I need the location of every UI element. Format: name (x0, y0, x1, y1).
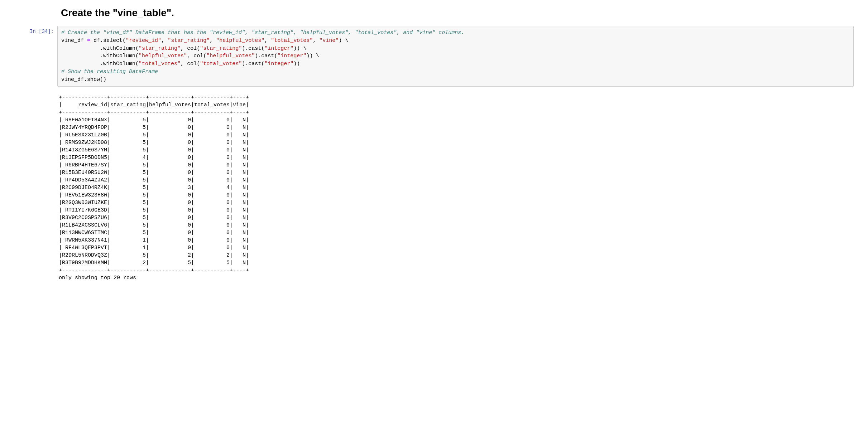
code-var: vine_df (61, 38, 84, 44)
code-call: select (103, 38, 123, 44)
code-input[interactable]: # Create the "vine_df" DataFrame that ha… (57, 26, 854, 87)
cell-output: +--------------+-----------+------------… (57, 91, 854, 282)
code-op: = (84, 38, 93, 44)
code-comment: # Create the "vine_df" DataFrame that ha… (61, 30, 464, 36)
input-prompt: In [34]: (14, 26, 57, 87)
code-name: df (93, 38, 100, 44)
markdown-heading: Create the "vine_table". (61, 7, 854, 19)
code-cell: In [34]: # Create the "vine_df" DataFram… (14, 26, 854, 87)
markdown-cell: Create the "vine_table". (61, 7, 854, 19)
code-comment: # Show the resulting DataFrame (61, 69, 158, 75)
